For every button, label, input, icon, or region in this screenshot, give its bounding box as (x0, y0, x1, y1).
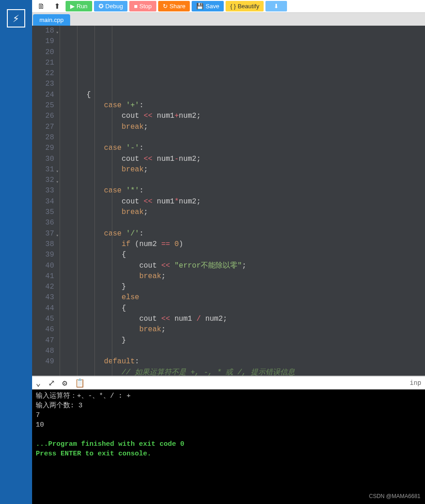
app-logo-icon: ⚡ (7, 9, 25, 27)
run-button[interactable]: ▶Run (66, 1, 92, 11)
play-icon: ▶ (70, 3, 75, 10)
download-button[interactable]: ⬇ (265, 1, 287, 11)
clipboard-icon[interactable]: 📋 (75, 378, 85, 388)
toolbar: 🗎 ⬆ ▶Run ✪Debug ■Stop ↻Share 💾Save { }Be… (32, 0, 425, 13)
terminal-output[interactable]: 输入运算符：+、-、*、/ : +输入两个数: 3710 ...Program … (32, 389, 425, 504)
line-gutter: 18▾19202122232425262728293031▾32▾3334353… (32, 26, 60, 376)
new-file-button[interactable]: 🗎 (34, 1, 49, 11)
save-icon: 💾 (196, 3, 204, 10)
beautify-button[interactable]: { }Beautify (226, 1, 264, 11)
share-icon: ↻ (163, 3, 168, 10)
share-button[interactable]: ↻Share (158, 1, 190, 11)
watermark: CSDN @MAMA6681 (369, 492, 420, 501)
debug-button[interactable]: ✪Debug (94, 1, 127, 11)
tab-bar: main.cpp (32, 13, 425, 26)
stop-icon: ■ (134, 3, 138, 10)
terminal-label: inp (410, 379, 421, 387)
code-editor[interactable]: 18▾19202122232425262728293031▾32▾3334353… (32, 26, 425, 376)
expand-icon[interactable]: ⤢ (48, 378, 55, 388)
braces-icon: { } (230, 3, 236, 10)
terminal-panel: ⌄ ⤢ ⚙ 📋 inp 输入运算符：+、-、*、/ : +输入两个数: 3710… (32, 376, 425, 504)
chevron-down-icon[interactable]: ⌄ (36, 378, 41, 388)
terminal-toolbar: ⌄ ⤢ ⚙ 📋 inp (32, 377, 425, 389)
download-icon: ⬇ (274, 3, 279, 10)
sidebar: ⚡ (0, 0, 32, 504)
gear-icon[interactable]: ⚙ (62, 378, 67, 388)
save-button[interactable]: 💾Save (192, 1, 224, 11)
tab-main-cpp[interactable]: main.cpp (33, 14, 70, 26)
main-area: 🗎 ⬆ ▶Run ✪Debug ■Stop ↻Share 💾Save { }Be… (32, 0, 425, 504)
bug-icon: ✪ (99, 3, 104, 10)
code-content[interactable]: { case '+': cout << num1+num2; break; ca… (60, 26, 425, 376)
stop-button[interactable]: ■Stop (129, 1, 156, 11)
upload-button[interactable]: ⬆ (50, 1, 64, 11)
